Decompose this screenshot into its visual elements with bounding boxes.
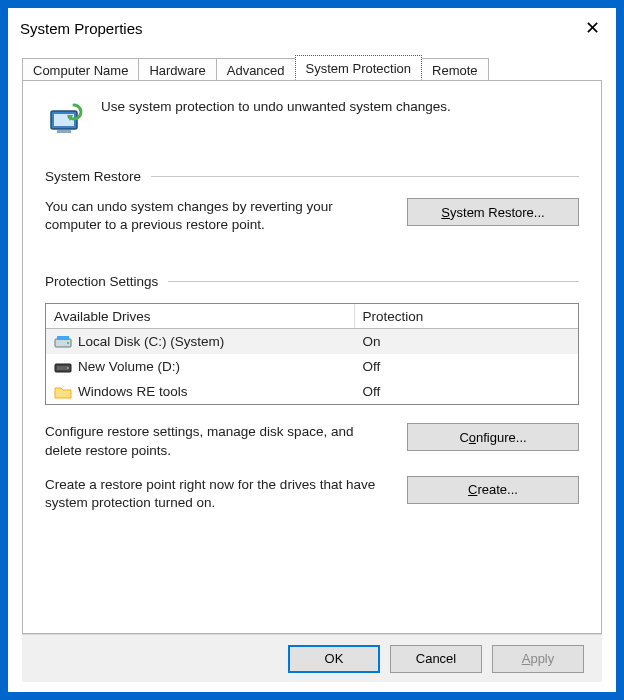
window-frame: System Properties ✕ Computer Name Hardwa… [8, 8, 616, 692]
table-row[interactable]: Windows RE tools Off [46, 379, 578, 404]
tab-advanced[interactable]: Advanced [216, 58, 296, 81]
svg-rect-2 [57, 130, 71, 133]
create-text: Create a restore point right now for the… [45, 476, 391, 512]
svg-point-9 [67, 367, 69, 369]
system-restore-text: You can undo system changes by reverting… [45, 198, 391, 234]
drive-name: New Volume (D:) [78, 359, 180, 374]
tab-system-protection[interactable]: System Protection [295, 55, 423, 80]
system-restore-button[interactable]: System Restore... [407, 198, 579, 226]
dialog-footer: OK Cancel Apply [22, 634, 602, 682]
cancel-button[interactable]: Cancel [390, 645, 482, 673]
drive-cell: New Volume (D:) [46, 357, 355, 376]
tab-hardware[interactable]: Hardware [138, 58, 216, 81]
svg-point-6 [67, 342, 69, 344]
drive-cell: Local Disk (C:) (System) [46, 332, 355, 351]
window-title: System Properties [20, 20, 580, 37]
system-protection-icon [45, 97, 89, 141]
group-label-system-restore: System Restore [45, 169, 141, 184]
tab-panel-system-protection: Use system protection to undo unwanted s… [22, 80, 602, 634]
tab-strip: Computer Name Hardware Advanced System P… [22, 54, 602, 80]
table-header: Available Drives Protection [46, 304, 578, 329]
drive-d-icon [54, 360, 72, 374]
client-area: Computer Name Hardware Advanced System P… [8, 48, 616, 692]
divider [151, 176, 579, 177]
folder-icon [54, 385, 72, 399]
configure-button[interactable]: Configure... [407, 423, 579, 451]
intro-text: Use system protection to undo unwanted s… [101, 97, 451, 114]
apply-button[interactable]: Apply [492, 645, 584, 673]
drive-name: Windows RE tools [78, 384, 188, 399]
protection-status: Off [355, 357, 578, 376]
protection-status: On [355, 332, 578, 351]
ok-button[interactable]: OK [288, 645, 380, 673]
group-system-restore: System Restore [45, 169, 579, 184]
divider [168, 281, 579, 282]
drive-cell: Windows RE tools [46, 382, 355, 401]
drive-name: Local Disk (C:) (System) [78, 334, 224, 349]
col-protection[interactable]: Protection [355, 304, 578, 328]
drives-table: Available Drives Protection Local Disk (… [45, 303, 579, 405]
group-protection-settings: Protection Settings [45, 274, 579, 289]
svg-rect-5 [57, 336, 69, 340]
table-body: Local Disk (C:) (System) On New Volume (… [46, 329, 578, 404]
titlebar: System Properties ✕ [8, 8, 616, 48]
group-label-protection-settings: Protection Settings [45, 274, 158, 289]
col-available-drives[interactable]: Available Drives [46, 304, 355, 328]
intro-row: Use system protection to undo unwanted s… [45, 97, 579, 141]
protection-status: Off [355, 382, 578, 401]
configure-text: Configure restore settings, manage disk … [45, 423, 391, 459]
table-row[interactable]: Local Disk (C:) (System) On [46, 329, 578, 354]
tab-remote[interactable]: Remote [421, 58, 489, 81]
table-row[interactable]: New Volume (D:) Off [46, 354, 578, 379]
tab-computer-name[interactable]: Computer Name [22, 58, 139, 81]
drive-c-icon [54, 335, 72, 349]
close-icon[interactable]: ✕ [580, 19, 604, 37]
create-button[interactable]: Create... [407, 476, 579, 504]
